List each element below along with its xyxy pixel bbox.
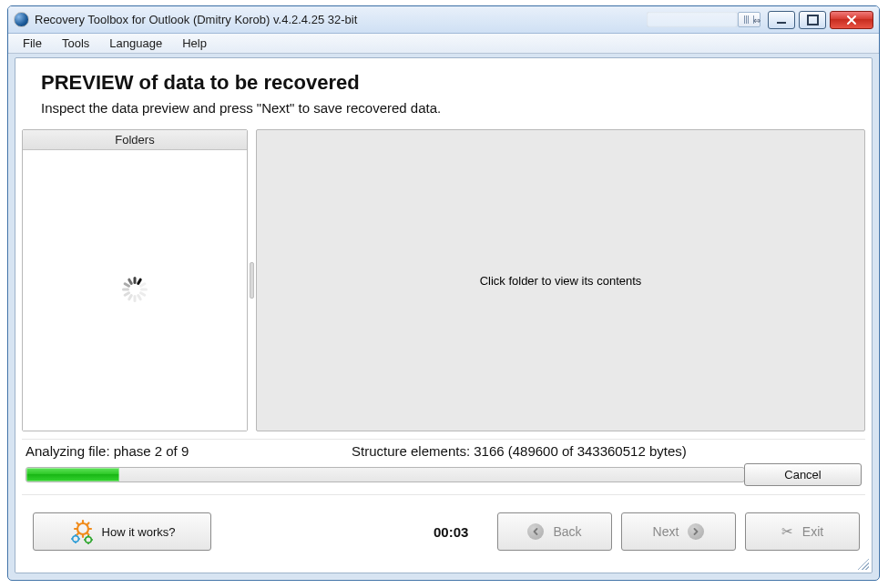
loading-spinner-icon <box>121 277 148 304</box>
pane-splitter[interactable] <box>248 129 256 431</box>
elapsed-timer: 00:03 <box>434 524 468 540</box>
menu-file[interactable]: File <box>14 35 51 52</box>
svg-point-16 <box>85 537 91 543</box>
svg-point-11 <box>72 536 78 542</box>
exit-label: Exit <box>802 524 823 539</box>
content-frame: PREVIEW of data to be recovered Inspect … <box>15 57 873 573</box>
titlebar[interactable]: Recovery Toolbox for Outlook (Dmitry Kor… <box>8 6 879 34</box>
next-button[interactable]: Next <box>621 512 736 551</box>
minimize-button[interactable] <box>768 11 795 29</box>
contents-placeholder: Click folder to view its contents <box>480 274 642 288</box>
app-icon <box>14 12 29 27</box>
folders-panel: Folders <box>22 129 248 431</box>
folders-header: Folders <box>23 130 247 150</box>
page-subtitle: Inspect the data preview and press "Next… <box>41 100 441 116</box>
svg-line-10 <box>77 533 78 535</box>
contents-panel[interactable]: Click folder to view its contents <box>256 129 865 431</box>
menu-language[interactable]: Language <box>100 35 171 52</box>
folders-body[interactable] <box>23 150 247 431</box>
scissors-icon: ✂ <box>781 523 793 540</box>
arrow-right-icon <box>688 523 704 540</box>
svg-line-9 <box>87 523 88 525</box>
svg-line-8 <box>87 533 88 535</box>
titlebar-grip-icon[interactable]: ⇔ <box>738 12 760 27</box>
titlebar-ghost <box>647 12 738 27</box>
menubar: File Tools Language Help <box>8 34 879 54</box>
bottom-bar: How it works? 00:03 Back Next ✂ Exit <box>22 504 865 559</box>
how-it-works-button[interactable]: How it works? <box>33 512 211 551</box>
app-window: Recovery Toolbox for Outlook (Dmitry Kor… <box>7 5 880 581</box>
maximize-button[interactable] <box>799 11 826 29</box>
cancel-button[interactable]: Cancel <box>744 463 862 486</box>
close-button[interactable] <box>830 11 873 29</box>
menu-tools[interactable]: Tools <box>53 35 98 52</box>
gears-icon <box>69 519 97 544</box>
progress-area: Analyzing file: phase 2 of 9 Structure e… <box>22 439 865 495</box>
how-it-works-label: How it works? <box>102 525 176 539</box>
svg-line-7 <box>77 523 78 525</box>
next-label: Next <box>653 524 679 539</box>
progress-bar <box>26 467 745 482</box>
resize-grip-icon[interactable] <box>856 557 869 570</box>
window-controls: ⇔ <box>738 11 873 29</box>
back-button[interactable]: Back <box>497 512 612 551</box>
progress-detail-label: Structure elements: 3166 (489600 of 3433… <box>352 443 687 459</box>
arrow-left-icon <box>527 523 544 540</box>
back-label: Back <box>553 524 581 539</box>
window-title: Recovery Toolbox for Outlook (Dmitry Kor… <box>35 13 625 26</box>
progress-phase-label: Analyzing file: phase 2 of 9 <box>26 443 189 459</box>
split-panes: Folders Click folder to view its content… <box>22 129 865 431</box>
exit-button[interactable]: ✂ Exit <box>745 512 860 551</box>
progress-fill <box>26 468 119 482</box>
menu-help[interactable]: Help <box>173 35 216 52</box>
page-title: PREVIEW of data to be recovered <box>41 71 360 95</box>
